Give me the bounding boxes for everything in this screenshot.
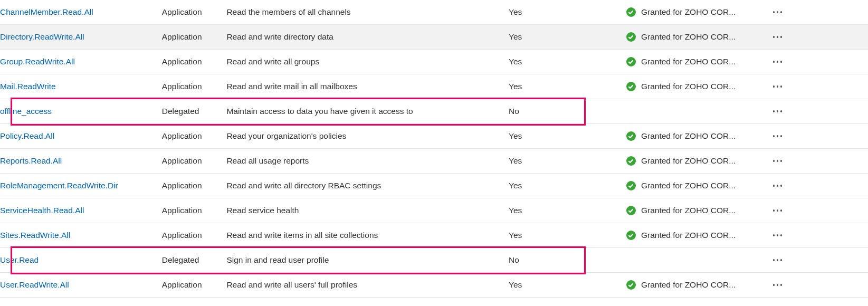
more-actions-button[interactable] [769, 54, 785, 70]
permission-link[interactable]: ServiceHealth.Read.All [0, 206, 84, 215]
permissions-viewport: ChannelMember.Read.AllApplicationRead th… [0, 0, 868, 298]
actions-cell [760, 99, 868, 124]
admin-consent-required: No [509, 248, 626, 273]
permission-link[interactable]: Policy.Read.All [0, 131, 54, 140]
actions-cell [760, 50, 868, 74]
permission-name-cell: Reports.Read.All [0, 149, 162, 174]
permission-type: Application [162, 198, 227, 223]
more-actions-button[interactable] [769, 203, 785, 218]
table-row[interactable]: ChannelMember.Read.AllApplicationRead th… [0, 0, 868, 25]
permission-type: Application [162, 50, 227, 74]
status-cell [626, 99, 760, 124]
permission-type: Application [162, 174, 227, 198]
more-actions-button[interactable] [769, 79, 785, 94]
table-row[interactable]: Policy.Read.AllApplicationRead your orga… [0, 124, 868, 149]
permission-description: Read and write items in all site collect… [226, 223, 509, 248]
admin-consent-required: No [509, 99, 626, 124]
actions-cell [760, 25, 868, 50]
permission-link[interactable]: RoleManagement.ReadWrite.Dir [0, 181, 118, 190]
permission-type: Application [162, 273, 227, 298]
permission-link[interactable]: ChannelMember.Read.All [0, 7, 93, 16]
status-text: Granted for ZOHO COR... [641, 82, 736, 91]
permission-type: Application [162, 223, 227, 248]
permission-description: Maintain access to data you have given i… [226, 99, 509, 124]
permission-name-cell: Sites.ReadWrite.All [0, 223, 162, 248]
admin-consent-required: Yes [509, 124, 626, 149]
more-actions-button[interactable] [769, 178, 785, 194]
permission-name-cell: Directory.ReadWrite.All [0, 25, 162, 50]
more-actions-button[interactable] [769, 103, 785, 119]
permission-type: Application [162, 124, 227, 149]
permission-name-cell: User.Read [0, 248, 162, 273]
more-actions-button[interactable] [769, 153, 785, 169]
table-row[interactable]: Reports.Read.AllApplicationRead all usag… [0, 149, 868, 174]
admin-consent-required: Yes [509, 174, 626, 198]
permission-link[interactable]: Mail.ReadWrite [0, 82, 56, 91]
table-row[interactable]: User.ReadWrite.AllApplicationRead and wr… [0, 273, 868, 298]
check-circle-icon [626, 156, 636, 166]
permission-link[interactable]: offline_access [0, 107, 52, 116]
permission-link[interactable]: User.ReadWrite.All [0, 280, 69, 289]
permission-type: Application [162, 0, 227, 25]
table-row[interactable]: Directory.ReadWrite.AllApplicationRead a… [0, 25, 868, 50]
status-text: Granted for ZOHO COR... [641, 32, 736, 42]
actions-cell [760, 124, 868, 149]
permission-description: Read and write directory data [226, 25, 509, 50]
status-text: Granted for ZOHO COR... [641, 231, 736, 240]
permission-type: Delegated [162, 248, 227, 273]
more-actions-button[interactable] [769, 252, 785, 268]
permission-type: Application [162, 74, 227, 99]
table-row[interactable]: RoleManagement.ReadWrite.DirApplicationR… [0, 174, 868, 198]
admin-consent-required: Yes [509, 273, 626, 298]
permission-link[interactable]: Directory.ReadWrite.All [0, 32, 84, 41]
table-row[interactable]: Group.ReadWrite.AllApplicationRead and w… [0, 50, 868, 74]
status-text: Granted for ZOHO COR... [641, 206, 736, 215]
actions-cell [760, 0, 868, 25]
check-circle-icon [626, 231, 636, 240]
permission-type: Application [162, 149, 227, 174]
permission-name-cell: ChannelMember.Read.All [0, 0, 162, 25]
table-row[interactable]: Mail.ReadWriteApplicationRead and write … [0, 74, 868, 99]
check-circle-icon [626, 7, 636, 17]
permission-type: Delegated [162, 99, 227, 124]
more-actions-button[interactable] [769, 29, 785, 45]
check-circle-icon [626, 206, 636, 215]
more-actions-button[interactable] [769, 277, 785, 293]
admin-consent-required: Yes [509, 50, 626, 74]
check-circle-icon [626, 131, 636, 141]
status-text: Granted for ZOHO COR... [641, 156, 736, 166]
check-circle-icon [626, 57, 636, 66]
permission-link[interactable]: Reports.Read.All [0, 156, 62, 165]
status-cell: Granted for ZOHO COR... [626, 124, 760, 149]
actions-cell [760, 223, 868, 248]
permission-description: Read your organization's policies [226, 124, 509, 149]
permission-link[interactable]: User.Read [0, 255, 39, 264]
more-actions-button[interactable] [769, 4, 785, 20]
table-row[interactable]: Sites.ReadWrite.AllApplicationRead and w… [0, 223, 868, 248]
permission-link[interactable]: Sites.ReadWrite.All [0, 231, 70, 240]
status-cell: Granted for ZOHO COR... [626, 25, 760, 50]
check-circle-icon [626, 32, 636, 42]
permission-type: Application [162, 25, 227, 50]
status-cell: Granted for ZOHO COR... [626, 74, 760, 99]
permission-description: Read and write all directory RBAC settin… [226, 174, 509, 198]
more-actions-button[interactable] [769, 227, 785, 243]
actions-cell [760, 149, 868, 174]
status-cell: Granted for ZOHO COR... [626, 174, 760, 198]
permission-description: Read and write all users' full profiles [226, 273, 509, 298]
more-actions-button[interactable] [769, 128, 785, 144]
admin-consent-required: Yes [509, 149, 626, 174]
status-cell: Granted for ZOHO COR... [626, 50, 760, 74]
status-text: Granted for ZOHO COR... [641, 7, 736, 17]
admin-consent-required: Yes [509, 25, 626, 50]
permission-link[interactable]: Group.ReadWrite.All [0, 57, 75, 66]
status-cell: Granted for ZOHO COR... [626, 0, 760, 25]
status-cell [626, 248, 760, 273]
permission-name-cell: ServiceHealth.Read.All [0, 198, 162, 223]
table-row[interactable]: User.ReadDelegatedSign in and read user … [0, 248, 868, 273]
permission-description: Sign in and read user profile [226, 248, 509, 273]
status-text: Granted for ZOHO COR... [641, 181, 736, 190]
actions-cell [760, 273, 868, 298]
table-row[interactable]: offline_accessDelegatedMaintain access t… [0, 99, 868, 124]
table-row[interactable]: ServiceHealth.Read.AllApplicationRead se… [0, 198, 868, 223]
